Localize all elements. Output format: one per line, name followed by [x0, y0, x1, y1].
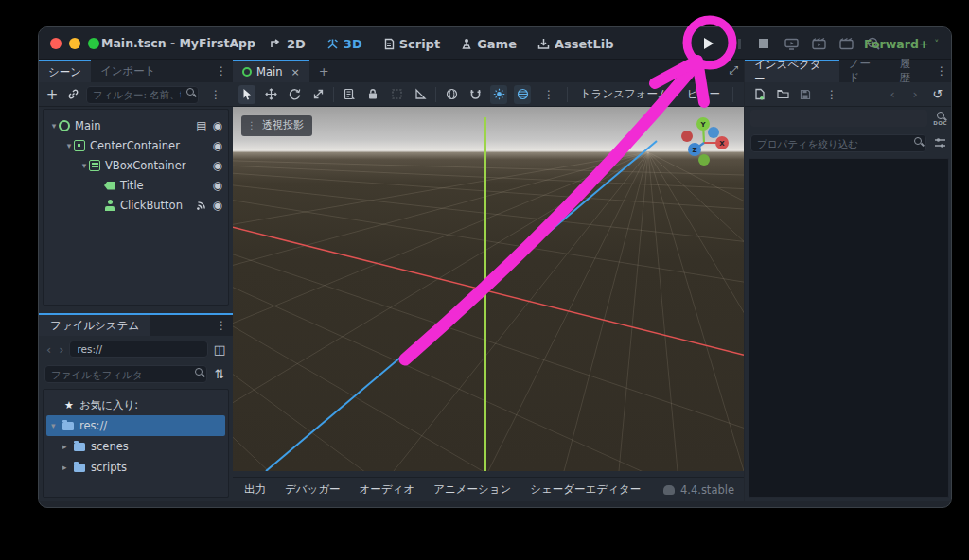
tab-inspector[interactable]: インスペクター: [745, 60, 839, 82]
mode-2d-button[interactable]: 2D: [270, 37, 306, 51]
tab-filesystem[interactable]: ファイルシステム: [39, 315, 150, 336]
editor-window: Main.tscn - MyFirstApp 2D 3D Script Game…: [38, 26, 952, 508]
chevron-down-icon[interactable]: ▾: [49, 121, 59, 131]
inspector-menu-icon[interactable]: ⋮: [930, 60, 952, 82]
gizmo-neg-x-ball[interactable]: [681, 131, 693, 142]
visibility-eye-icon[interactable]: ◉: [213, 159, 222, 172]
new-scene-tab-button[interactable]: +: [309, 60, 339, 82]
current-path[interactable]: res://: [69, 341, 208, 358]
view-gizmo[interactable]: Y X Z: [668, 113, 744, 179]
renderer-selector[interactable]: Forward+ ˅: [864, 27, 939, 60]
tab-main-scene[interactable]: Main ×: [233, 60, 309, 82]
lock-selected-button[interactable]: [364, 85, 381, 104]
open-docs-button[interactable]: DOC: [933, 112, 947, 126]
edit-forward-icon[interactable]: ›: [907, 85, 923, 104]
view-menu[interactable]: ビュー: [681, 87, 726, 101]
run-specific-scene-button[interactable]: [838, 36, 854, 51]
select-tool-button[interactable]: [238, 85, 255, 104]
run-current-scene-button[interactable]: [811, 36, 826, 51]
bottom-tab-output[interactable]: 出力: [244, 482, 266, 497]
move-tool-button[interactable]: [262, 85, 279, 104]
mode-assetlib-button[interactable]: AssetLib: [537, 37, 614, 51]
scene-dock-tabs: シーン インポート ⋮: [39, 60, 233, 82]
tree-row-title[interactable]: Title ◉: [44, 175, 228, 195]
chevron-down-icon[interactable]: ▾: [79, 161, 89, 170]
pause-button[interactable]: [729, 36, 744, 51]
3d-icon: [326, 38, 339, 50]
local-space-button[interactable]: [443, 85, 460, 104]
visibility-eye-icon[interactable]: ◉: [213, 179, 222, 192]
transform-menu[interactable]: トランスフォーム: [574, 87, 675, 101]
scene-dock-menu-icon[interactable]: ⋮: [210, 60, 233, 82]
preview-options-icon[interactable]: ⋮: [537, 88, 560, 101]
instance-scene-button[interactable]: [65, 85, 80, 104]
snap-toggle-button[interactable]: [467, 85, 484, 104]
selection-list-button[interactable]: [341, 85, 358, 104]
scene-toolbar-menu-icon[interactable]: ⋮: [204, 88, 227, 101]
chevron-down-icon[interactable]: ▾: [64, 141, 74, 150]
scale-tool-button[interactable]: [309, 85, 326, 104]
expand-viewport-icon[interactable]: ⤢: [729, 63, 738, 77]
history-back-icon[interactable]: ‹: [44, 342, 53, 357]
chevron-down-icon[interactable]: ▾: [51, 421, 62, 430]
fs-row-scenes[interactable]: ▸ scenes: [44, 436, 228, 457]
maximize-window-button[interactable]: [88, 38, 99, 49]
new-resource-button[interactable]: [752, 85, 767, 104]
tree-row-main[interactable]: ▾ Main ▤ ◉: [44, 115, 228, 135]
chevron-right-icon[interactable]: ▸: [62, 463, 74, 472]
group-selected-button[interactable]: [388, 85, 405, 104]
perspective-button[interactable]: ⋮ 透視投影: [241, 115, 312, 136]
stop-button[interactable]: [756, 36, 771, 51]
play-button[interactable]: [701, 36, 716, 51]
ruler-mode-button[interactable]: [412, 85, 429, 104]
viewport-toolbar: ⋮ トランスフォーム ビュー: [233, 82, 744, 107]
tree-row-centercontainer[interactable]: ▾ CenterContainer ◉: [44, 135, 228, 155]
edit-back-icon[interactable]: ‹: [885, 85, 900, 104]
gizmo-neg-y-ball[interactable]: [698, 154, 710, 166]
chevron-right-icon[interactable]: ▸: [62, 442, 74, 451]
visibility-eye-icon[interactable]: ◉: [213, 139, 222, 152]
history-forward-icon[interactable]: ›: [57, 342, 65, 357]
load-resource-button[interactable]: [775, 85, 790, 104]
close-icon[interactable]: ×: [291, 66, 299, 79]
gizmo-neg-z-ball[interactable]: [708, 127, 719, 138]
tree-row-clickbutton[interactable]: ClickButton ◉: [44, 195, 228, 215]
visibility-eye-icon[interactable]: ◉: [213, 199, 222, 212]
fs-row-root[interactable]: ▾ res://: [46, 415, 225, 436]
minimize-window-button[interactable]: [69, 38, 80, 49]
preview-sun-button[interactable]: [490, 85, 507, 104]
tab-scene[interactable]: シーン: [39, 60, 91, 82]
scene-filter-input[interactable]: [86, 86, 199, 104]
split-mode-icon[interactable]: ◫: [212, 340, 227, 359]
tab-node[interactable]: ノード: [839, 60, 890, 82]
tab-import[interactable]: インポート: [91, 60, 166, 82]
close-window-button[interactable]: [50, 38, 62, 49]
sort-icon[interactable]: ⇅: [212, 364, 227, 383]
mode-3d-button[interactable]: 3D: [326, 37, 362, 51]
history-icon[interactable]: ↺: [930, 85, 945, 104]
mode-script-button[interactable]: Script: [383, 37, 440, 51]
save-resource-button[interactable]: [798, 85, 813, 104]
bottom-tab-shader-editor[interactable]: シェーダーエディター: [530, 482, 641, 497]
resource-menu-icon[interactable]: ⋮: [820, 88, 843, 101]
remote-debug-button[interactable]: [784, 36, 799, 51]
bottom-tab-audio[interactable]: オーディオ: [360, 482, 415, 497]
visibility-eye-icon[interactable]: ◉: [213, 119, 222, 132]
signal-connection-icon[interactable]: [196, 200, 207, 211]
filesystem-filter-input[interactable]: [44, 365, 207, 383]
tab-history[interactable]: 履歴: [890, 60, 930, 82]
filesystem-menu-icon[interactable]: ⋮: [210, 315, 233, 336]
bottom-tab-animation[interactable]: アニメーション: [433, 482, 511, 497]
search-icon: [195, 368, 203, 376]
bottom-tab-debugger[interactable]: デバッガー: [285, 482, 341, 497]
mode-game-button[interactable]: Game: [461, 37, 517, 51]
rotate-tool-button[interactable]: [286, 85, 303, 104]
tree-row-vboxcontainer[interactable]: ▾ VBoxContainer ◉: [44, 155, 228, 175]
3d-viewport[interactable]: ⋮ 透視投影 Y X Z: [233, 107, 744, 471]
preview-environment-button[interactable]: [514, 85, 531, 104]
add-node-button[interactable]: +: [44, 85, 60, 104]
filter-options-button[interactable]: [932, 133, 947, 152]
script-attached-icon[interactable]: ▤: [196, 119, 206, 132]
property-filter-input[interactable]: [750, 134, 926, 152]
fs-row-scripts[interactable]: ▸ scripts: [44, 457, 228, 478]
